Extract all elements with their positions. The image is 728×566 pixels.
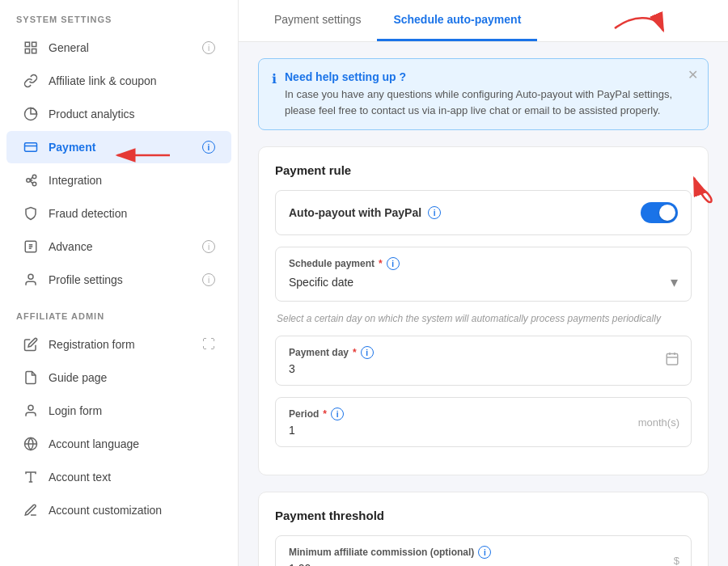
min-commission-field[interactable]: Minimum affiliate commission (optional) … <box>275 535 692 566</box>
min-commission-currency: $ <box>674 555 679 567</box>
payment-day-field[interactable]: Payment day * i 3 <box>275 336 692 386</box>
payment-rule-title: Payment rule <box>275 163 692 177</box>
payment-day-required-marker: * <box>353 347 357 358</box>
login-icon <box>23 403 39 419</box>
banner-title: Need help setting up ? <box>285 70 695 83</box>
svg-rect-2 <box>25 49 29 53</box>
banner-text: In case you have any questions while con… <box>285 87 695 118</box>
integrate-icon <box>23 172 39 188</box>
info-icon-schedule[interactable]: i <box>387 257 400 270</box>
min-commission-label: Minimum affiliate commission (optional) … <box>289 546 678 559</box>
dropdown-arrow-schedule: ▾ <box>671 273 678 291</box>
banner-content: Need help setting up ? In case you have … <box>285 70 695 118</box>
sidebar-item-fraud-detection[interactable]: Fraud detection <box>6 197 231 230</box>
tabs-bar: Payment settings Schedule auto-payment <box>239 0 728 42</box>
min-commission-value: 1.00 <box>289 562 311 566</box>
sidebar-item-registration-form[interactable]: Registration form ⛶ <box>6 328 231 361</box>
main-content: Payment settings Schedule auto-payment ℹ… <box>239 0 728 566</box>
auto-payout-toggle[interactable] <box>641 202 678 223</box>
sidebar-item-guide-page[interactable]: Guide page <box>6 361 231 394</box>
period-required-marker: * <box>323 408 327 420</box>
shield-icon <box>23 205 39 222</box>
close-banner-button[interactable]: ✕ <box>688 67 698 82</box>
schedule-value: Specific date <box>289 276 353 289</box>
expand-icon-registration[interactable]: ⛶ <box>202 337 215 352</box>
period-unit: month(s) <box>638 416 679 429</box>
period-value: 1 <box>289 424 295 437</box>
sidebar-label-profile-settings: Profile settings <box>49 273 193 286</box>
info-icon-autopayout[interactable]: i <box>428 206 441 219</box>
sidebar-label-account-customization: Account customization <box>49 504 215 517</box>
sidebar-label-payment: Payment <box>49 141 193 154</box>
payment-day-value: 3 <box>289 362 295 375</box>
sidebar-item-login-form[interactable]: Login form <box>6 395 231 427</box>
calendar-icon <box>665 352 679 370</box>
sidebar: SYSTEM SETTINGS General i Affiliate link… <box>0 0 239 566</box>
tab-payment-settings[interactable]: Payment settings <box>258 0 377 41</box>
sidebar-label-account-text: Account text <box>49 471 215 484</box>
svg-point-9 <box>32 182 36 186</box>
sidebar-item-affiliate-link[interactable]: Affiliate link & coupon <box>6 65 231 97</box>
sidebar-label-login-form: Login form <box>49 404 215 417</box>
period-field[interactable]: Period * i 1 month(s) <box>275 397 692 447</box>
sidebar-item-advance[interactable]: Advance i <box>6 230 231 263</box>
schedule-dropdown[interactable]: Specific date ▾ <box>289 273 678 291</box>
affiliate-admin-title: AFFILIATE ADMIN <box>0 297 238 327</box>
info-icon-general[interactable]: i <box>202 41 215 54</box>
svg-point-7 <box>27 179 31 183</box>
sidebar-label-registration-form: Registration form <box>49 338 193 351</box>
grid-icon <box>23 40 39 56</box>
auto-payout-toggle-row: Auto-payout with PayPal i <box>275 190 692 235</box>
sidebar-item-general[interactable]: General i <box>6 32 231 64</box>
sidebar-item-profile-settings[interactable]: Profile settings i <box>6 264 231 296</box>
auto-payout-label: Auto-payout with PayPal i <box>289 206 441 219</box>
guide-icon <box>23 370 39 386</box>
svg-rect-1 <box>32 42 36 46</box>
sidebar-item-integration[interactable]: Integration <box>6 164 231 196</box>
period-label: Period * i <box>289 408 678 420</box>
payment-threshold-card: Payment threshold Minimum affiliate comm… <box>258 492 709 566</box>
card-icon <box>23 139 39 155</box>
svg-point-8 <box>32 175 36 179</box>
info-icon-period[interactable]: i <box>331 408 344 420</box>
sidebar-label-product-analytics: Product analytics <box>49 108 215 120</box>
schedule-payment-label: Schedule payment * i <box>289 257 678 270</box>
info-icon-payment-day[interactable]: i <box>361 346 374 359</box>
sidebar-item-account-language[interactable]: Account language <box>6 428 231 460</box>
sidebar-label-affiliate-link: Affiliate link & coupon <box>49 74 215 87</box>
payment-threshold-title: Payment threshold <box>275 509 692 522</box>
svg-rect-16 <box>667 354 678 365</box>
sidebar-label-integration: Integration <box>49 174 215 187</box>
sidebar-label-fraud-detection: Fraud detection <box>49 207 215 220</box>
customize-icon <box>23 502 39 518</box>
language-icon <box>23 436 39 452</box>
info-banner: ℹ Need help setting up ? In case you hav… <box>258 58 709 130</box>
sidebar-item-payment[interactable]: Payment i <box>6 131 231 163</box>
payment-day-label: Payment day * i <box>289 346 678 359</box>
svg-point-12 <box>28 405 33 410</box>
sidebar-item-account-text[interactable]: Account text <box>6 461 231 493</box>
info-icon-payment[interactable]: i <box>202 141 215 154</box>
payment-rule-card: Payment rule Auto-payout with PayPal i S… <box>258 146 709 475</box>
schedule-hint: Select a certain day on which the system… <box>275 313 692 324</box>
form-icon <box>23 336 39 353</box>
schedule-payment-field[interactable]: Schedule payment * i Specific date ▾ <box>275 247 692 302</box>
sidebar-label-account-language: Account language <box>49 437 215 450</box>
schedule-required-marker: * <box>379 258 383 269</box>
tab-schedule-auto-payment[interactable]: Schedule auto-payment <box>377 0 537 41</box>
info-icon-profile[interactable]: i <box>202 273 215 286</box>
auto-payout-text: Auto-payout with PayPal <box>289 206 421 219</box>
sidebar-item-product-analytics[interactable]: Product analytics <box>6 98 231 130</box>
svg-rect-3 <box>32 49 36 53</box>
svg-point-11 <box>28 274 33 279</box>
chart-icon <box>23 106 39 122</box>
sidebar-label-general: General <box>49 41 193 54</box>
info-banner-icon: ℹ <box>272 71 277 118</box>
content-area: ℹ Need help setting up ? In case you hav… <box>239 42 728 566</box>
advance-icon <box>23 239 39 255</box>
info-icon-advance[interactable]: i <box>202 240 215 253</box>
sidebar-item-account-customization[interactable]: Account customization <box>6 494 231 526</box>
sidebar-label-guide-page: Guide page <box>49 371 215 384</box>
sidebar-label-advance: Advance <box>49 240 193 253</box>
info-icon-min-commission[interactable]: i <box>478 546 491 559</box>
